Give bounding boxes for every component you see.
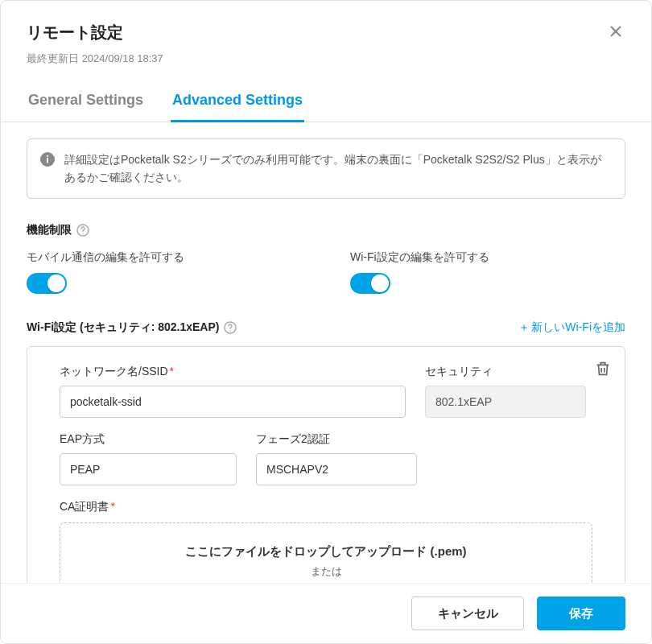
help-icon[interactable] [76,224,89,237]
close-button[interactable] [606,22,625,41]
mobile-edit-toggle-group: モバイル通信の編集を許可する [27,250,302,296]
svg-rect-2 [47,155,48,157]
phase2-field: フェーズ2認証 MSCHAPV2 [256,432,417,485]
wifi-edit-toggle-group: Wi-Fi設定の編集を許可する [350,250,625,296]
modal-title: リモート設定 [27,22,123,43]
ssid-field: ネットワーク名/SSID* pocketalk-ssid [60,365,406,418]
svg-point-4 [82,233,83,233]
dropzone-or-text: または [81,564,571,579]
ca-cert-dropzone[interactable]: ここにファイルをドロップしてアップロード (.pem) または ファイルを選択し… [60,522,592,583]
close-icon [609,25,622,38]
ca-cert-label: CA証明書 [60,500,109,513]
cancel-button[interactable]: キャンセル [411,597,524,630]
toggles-row: モバイル通信の編集を許可する Wi-Fi設定の編集を許可する [27,250,625,296]
plus-icon: ＋ [518,320,530,335]
modal-header: リモート設定 最終更新日 2024/09/18 18:37 [1,1,651,66]
modal-footer: キャンセル 保存 [1,583,651,643]
wifi-settings-header: Wi-Fi設定 (セキュリティ: 802.1xEAP) ＋新しいWi-Fiを追加 [27,320,625,335]
mobile-edit-toggle[interactable] [27,273,67,294]
ca-cert-section: CA証明書* ここにファイルをドロップしてアップロード (.pem) または フ… [60,500,592,583]
ssid-input[interactable]: pocketalk-ssid [60,386,406,418]
add-wifi-button[interactable]: ＋新しいWi-Fiを追加 [518,320,625,335]
wifi-settings-title: Wi-Fi設定 (セキュリティ: 802.1xEAP) [27,320,237,335]
wifi-edit-toggle[interactable] [350,273,390,294]
eap-label: EAP方式 [60,432,237,447]
info-banner-text: 詳細設定はPocketalk S2シリーズでのみ利用可能です。端末の裏面に「Po… [64,151,612,187]
modal-body: 詳細設定はPocketalk S2シリーズでのみ利用可能です。端末の裏面に「Po… [1,122,651,583]
security-select[interactable]: 802.1xEAP [425,386,586,418]
help-icon[interactable] [224,321,237,334]
restrictions-title: 機能制限 [27,223,625,237]
phase2-label: フェーズ2認証 [256,432,417,447]
tab-advanced-settings[interactable]: Advanced Settings [171,92,304,122]
mobile-edit-label: モバイル通信の編集を許可する [27,250,302,265]
info-banner: 詳細設定はPocketalk S2シリーズでのみ利用可能です。端末の裏面に「Po… [27,138,625,199]
eap-select[interactable]: PEAP [60,453,237,485]
security-label: セキュリティ [425,365,586,379]
svg-point-6 [230,330,231,331]
security-field: セキュリティ 802.1xEAP [425,365,586,418]
delete-wifi-button[interactable] [594,360,612,378]
ssid-label: ネットワーク名/SSID [60,365,168,378]
phase2-select[interactable]: MSCHAPV2 [256,453,417,485]
trash-icon [594,360,612,378]
dropzone-main-text: ここにファイルをドロップしてアップロード (.pem) [81,544,571,559]
last-updated: 最終更新日 2024/09/18 18:37 [27,52,625,66]
wifi-card: ネットワーク名/SSID* pocketalk-ssid セキュリティ 802.… [27,346,625,583]
info-icon [40,152,55,167]
save-button[interactable]: 保存 [537,597,625,630]
tabs: General Settings Advanced Settings [1,92,651,122]
tab-general-settings[interactable]: General Settings [27,92,145,122]
remote-settings-modal: リモート設定 最終更新日 2024/09/18 18:37 General Se… [0,0,652,644]
eap-field: EAP方式 PEAP [60,432,237,485]
svg-rect-1 [47,158,48,163]
wifi-edit-label: Wi-Fi設定の編集を許可する [350,250,625,265]
